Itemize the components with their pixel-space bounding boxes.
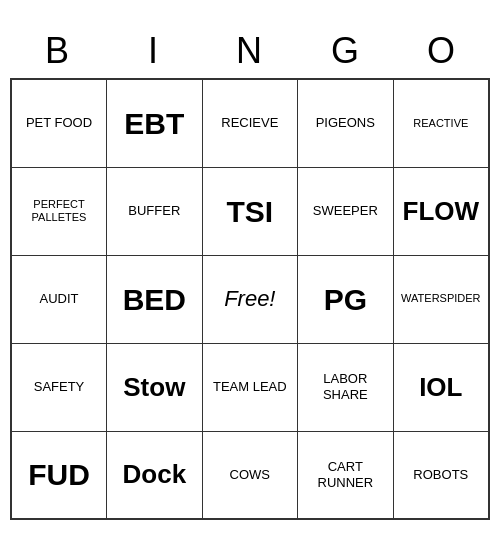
bingo-cell: AUDIT: [11, 255, 107, 343]
bingo-header: BINGO: [10, 24, 490, 78]
bingo-cell: PET FOOD: [11, 79, 107, 167]
bingo-cell: RECIEVE: [202, 79, 297, 167]
bingo-cell: PG: [298, 255, 394, 343]
bingo-cell: ROBOTS: [393, 431, 489, 519]
bingo-cell: BUFFER: [107, 167, 203, 255]
bingo-cell: TSI: [202, 167, 297, 255]
bingo-cell: Stow: [107, 343, 203, 431]
bingo-cell: EBT: [107, 79, 203, 167]
bingo-cell: TEAM LEAD: [202, 343, 297, 431]
bingo-cell: WATERSPIDER: [393, 255, 489, 343]
bingo-cell: CART RUNNER: [298, 431, 394, 519]
bingo-cell: LABOR SHARE: [298, 343, 394, 431]
bingo-cell: FUD: [11, 431, 107, 519]
bingo-header-letter: N: [202, 24, 298, 78]
bingo-cell: PERFECT PALLETES: [11, 167, 107, 255]
bingo-cell: Dock: [107, 431, 203, 519]
bingo-header-letter: G: [298, 24, 394, 78]
bingo-header-letter: O: [394, 24, 490, 78]
bingo-cell: BED: [107, 255, 203, 343]
bingo-header-letter: B: [10, 24, 106, 78]
bingo-header-letter: I: [106, 24, 202, 78]
bingo-grid: PET FOODEBTRECIEVEPIGEONSREACTIVEPERFECT…: [10, 78, 490, 520]
bingo-cell: SWEEPER: [298, 167, 394, 255]
bingo-cell: Free!: [202, 255, 297, 343]
bingo-cell: IOL: [393, 343, 489, 431]
bingo-cell: PIGEONS: [298, 79, 394, 167]
bingo-cell: SAFETY: [11, 343, 107, 431]
bingo-cell: REACTIVE: [393, 79, 489, 167]
bingo-cell: FLOW: [393, 167, 489, 255]
bingo-cell: COWS: [202, 431, 297, 519]
